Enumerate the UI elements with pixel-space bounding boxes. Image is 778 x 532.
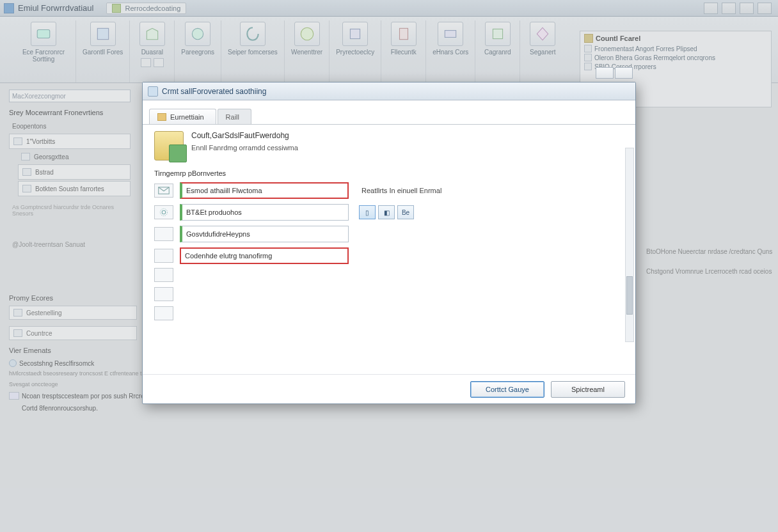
text-field[interactable]: BT&Et produohos [180,204,349,221]
breadcrumb-text: Rerrocdedcoating [125,4,180,12]
ribbon-icon [438,22,463,46]
svg-rect-5 [399,28,408,39]
ribbon-label: Cagranrd [484,49,511,56]
app-title: Emiul Forwrrdvatiaul [18,3,93,13]
ribbon-group[interactable]: Cagranrd [475,20,520,82]
header-subtitle: Ennll Fanrdmg orramdd cessiwma [191,144,298,152]
info-line: Chstgond Vromnrue Lrcerroceth rcad oceio… [646,268,778,275]
mini-icon[interactable] [154,58,164,67]
side-info: BtoOHone Nueerctar nrdase /credtanc Quns… [646,248,778,275]
tab-secondary[interactable]: Raill [218,109,251,124]
svg-rect-1 [97,28,108,39]
dialog-icon [148,86,158,97]
ribbon-group[interactable]: Fllecuntk [381,20,426,82]
list-item[interactable]: Countrce [9,326,137,340]
checkbox-icon[interactable] [9,392,19,400]
tool-icon[interactable] [722,3,736,14]
nav-subitem[interactable]: Georsgxttea [18,150,131,163]
ribbon-label: Duasral [141,49,163,56]
close-button[interactable] [615,67,633,79]
nav-item[interactable]: Eoopentons [9,120,131,132]
breadcrumb[interactable]: Rerrocdedcoating [106,3,186,14]
ribbon-icon [185,22,210,46]
option-button[interactable]: Be [397,205,414,219]
feature-icon [154,131,184,160]
option-button[interactable]: ◧ [378,205,395,219]
dialog-footer: Corttct Gauye Spictreaml [143,374,635,403]
svg-rect-7 [493,29,502,38]
breadcrumb-icon [112,4,121,13]
sub-item: Cortd 8fenronroucsorshup. [9,405,769,412]
placeholder-icon [154,268,173,282]
tool-icon[interactable] [740,3,754,14]
ribbon-icon [139,22,165,46]
ribbon-icon [240,22,266,46]
ribbon-group[interactable]: Duasral [130,20,175,82]
svg-point-10 [160,208,167,215]
tool-icon[interactable] [758,3,772,14]
header-title: Couft,GarSdslFautFwerdohg [191,131,298,140]
ribbon-icon [90,22,116,46]
device-icon [154,227,173,241]
ribbon-icon [391,22,417,46]
settings-dialog: Crmt sallForoverated saothiing Eurnettia… [142,82,636,404]
ribbon-group[interactable]: Pareegrons [175,20,221,82]
search-input[interactable]: MacXorezcongmor [9,90,131,102]
field-label: Reatllrts In einuell Enrmal [361,187,441,194]
placeholder-icon [154,306,173,320]
tool-icon[interactable] [704,3,718,14]
option-button[interactable]: ▯ [359,205,376,219]
item-icon [21,153,30,160]
cancel-button[interactable]: Spictreaml [551,381,625,398]
text-field[interactable]: Codenhde elutrg tnanofirmg [180,247,349,264]
scrollbar-thumb[interactable] [626,276,633,315]
confirm-button[interactable]: Corttct Gauye [470,381,544,398]
dialog-header: Couft,GarSdslFautFwerdohg Ennll Fanrdmg … [154,131,624,160]
icon-stack [154,268,624,320]
nav-subitem[interactable]: Bstrad [18,164,131,180]
text-field[interactable]: GosvtdufidreHeypns [180,226,349,242]
ribbon-label: Seiper fomcerses [228,49,278,56]
ribbon-icon [485,22,511,46]
ribbon-label: Garontll Fores [83,49,123,56]
list-item[interactable]: Gestenelling [9,306,137,320]
ribbon-icon [530,22,555,46]
app-icon [4,3,14,13]
ribbon-group[interactable]: Pryrectoeclcy [329,20,381,82]
text-field[interactable]: Esmod athaiill Flwctoma [180,182,349,199]
radio-icon [9,359,17,367]
panel-line: Fronementast Angort Forres Plipsed [594,45,697,52]
ribbon-label: Ece Farcronrcr Sortting [18,49,69,63]
info-line: BtoOHone Nueerctar nrdase /credtanc Quns [646,248,778,255]
ribbon-icon [31,22,56,46]
property-row: Codenhde elutrg tnanofirmg [154,247,624,264]
gear-icon [154,205,173,219]
nav-subitem[interactable]: Botkten Soustn farrortes [18,181,131,196]
envelope-icon [154,184,173,198]
ribbon-group[interactable]: Garontll Fores [76,20,130,82]
ribbon-label: Seganert [530,49,556,56]
panel-title: Countl Fcarel [596,35,640,42]
item-icon [13,329,22,337]
window-controls [704,3,772,14]
minimize-button[interactable] [596,67,614,79]
ribbon-group[interactable]: eHnars Cors [426,20,475,82]
svg-point-3 [301,27,314,40]
folder-icon [157,113,166,121]
dialog-tabs: Eurnettiain Raill [143,104,635,125]
ribbon-group[interactable]: Wenenttrer [285,20,329,82]
scrollbar[interactable] [625,148,634,342]
mini-icon[interactable] [141,58,151,67]
ribbon-group[interactable]: Ece Farcronrcr Sortting [12,20,76,82]
property-row: GosvtdufidreHeypns [154,226,624,242]
svg-rect-4 [351,29,360,38]
dialog-title: Crmt sallForoverated saothiing [162,87,266,96]
ribbon-label: Pareegrons [181,49,214,56]
ribbon-group[interactable]: Seiper fomcerses [221,20,285,82]
tab-general[interactable]: Eurnettiain [149,109,216,124]
ribbon-icon [294,22,320,46]
nav-item[interactable]: 1"Vortbitts [9,134,131,149]
dialog-window-controls [596,67,633,79]
ribbon-group[interactable]: Seganert [520,20,565,82]
panel-line: Oleron Bhera Goras Rermqelort oncrqrons [594,54,715,61]
